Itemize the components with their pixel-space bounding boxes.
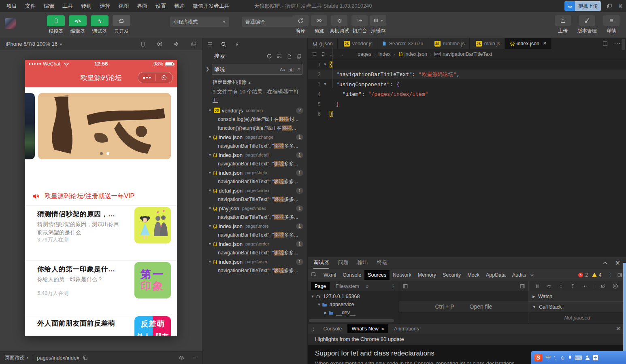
refresh-search-icon[interactable]	[266, 53, 272, 59]
devtools-tab-Mock[interactable]: Mock	[464, 270, 483, 280]
code-line[interactable]: 3 ▼ "usingComponents": {	[308, 79, 626, 89]
nav-forward-arrow[interactable]: →	[339, 51, 344, 57]
restore-window-button[interactable]	[607, 3, 612, 9]
editor-tab-main.js[interactable]: JSmain.js	[470, 38, 505, 49]
triangle-down-icon[interactable]: ▼	[208, 242, 212, 246]
capsule-menu[interactable]	[138, 72, 173, 83]
regex-toggle[interactable]: .*	[297, 67, 300, 72]
ime-person-icon[interactable]	[586, 356, 590, 360]
toolbar-button-版本管理[interactable]: 版本管理	[577, 15, 597, 34]
breadcrumb-item[interactable]: index	[379, 51, 391, 57]
plugins-icon[interactable]	[234, 42, 240, 47]
more-dots-icon[interactable]	[138, 77, 155, 79]
toolbar-button-编译[interactable]: 编译	[292, 15, 309, 34]
announcement-bar[interactable]: 欧皇源码论坛/注册就送一年VIP	[25, 191, 177, 201]
expand-all-icon[interactable]	[287, 53, 292, 59]
copy-icon[interactable]	[83, 355, 88, 360]
match-case-toggle[interactable]: Aa	[280, 67, 285, 72]
sogou-logo-icon[interactable]: S	[534, 354, 542, 362]
close-drawer-icon[interactable]: ✕	[616, 326, 623, 332]
menu-转到[interactable]: 转到	[77, 3, 96, 9]
breadcrumb-item[interactable]: pages	[358, 51, 371, 57]
sources-nav-Filesystem[interactable]: Filesystem	[332, 282, 362, 290]
toolbar-button-真机调试[interactable]: 真机调试	[330, 15, 349, 34]
menu-界面[interactable]: 界面	[133, 3, 151, 9]
search-result-file[interactable]: ▼ {..}index.json pages\change 1	[203, 133, 307, 142]
menu-文件[interactable]: 文件	[21, 3, 40, 9]
search-result-match[interactable]: navigationBarTitleText": "哆啦多多...	[203, 213, 307, 222]
drawer-menu-icon[interactable]: ⋮	[311, 326, 316, 332]
search-result-file[interactable]: ▼ {..}index.json pages\more 1	[203, 222, 307, 231]
ime-emoji-icon[interactable]: ☺	[560, 355, 565, 361]
sources-nav-Page[interactable]: Page	[311, 282, 330, 290]
toolbar-button-详情[interactable]: 详情	[603, 15, 620, 34]
search-result-match[interactable]: navigationBarTitleText": "哆啦多多...	[203, 142, 307, 150]
breadcrumb-item[interactable]: {..} index.json	[398, 51, 427, 57]
toolbar-button-调试器[interactable]: 调试器	[91, 15, 109, 35]
collapse-sidebar-left-icon[interactable]	[402, 284, 408, 289]
nav-more-chevron[interactable]: »	[366, 284, 368, 289]
devtools-tab-Sources[interactable]: Sources	[364, 270, 390, 280]
code-editor[interactable]: 1 ▼ { 2 "navigationBarTitleText": "欧皇源码论…	[308, 59, 626, 257]
devtools-tab-Wxml[interactable]: Wxml	[320, 270, 339, 280]
triangle-down-icon[interactable]: ▼	[208, 153, 212, 157]
tree-scrollbar[interactable]	[309, 319, 394, 322]
drawer-tab-Animations[interactable]: Animations	[390, 324, 423, 333]
collapse-panel-icon[interactable]	[603, 259, 608, 267]
outline-icon[interactable]	[312, 51, 317, 57]
sound-icon[interactable]	[174, 41, 180, 47]
search-result-file[interactable]: ▼ JSvendor.js common 2	[203, 106, 307, 115]
tree-item-127.0.0.1:65368[interactable]: ▼ 127.0.0.1:65368	[308, 292, 399, 301]
carousel-image[interactable]	[38, 93, 171, 159]
editor-tab-vendor.js[interactable]: JSvendor.js	[338, 38, 377, 49]
search-result-file[interactable]: ▼ {..}index.json pages\help 1	[203, 168, 307, 177]
file-list-icon[interactable]	[207, 41, 213, 47]
rotate-device-icon[interactable]	[140, 41, 146, 47]
toolbar-button-切后台[interactable]: 切后台	[351, 15, 368, 34]
search-input[interactable]: 哆啦 Aa ab .*	[212, 64, 302, 75]
toolbar-button-预览[interactable]: 预览	[311, 15, 327, 34]
close-tab-icon[interactable]: ✕	[543, 41, 547, 46]
triangle-down-icon[interactable]: ▼	[208, 135, 212, 139]
toolbar-button-清缓存[interactable]: ▼ 清缓存	[370, 15, 386, 34]
search-result-match[interactable]: navigationBarTitleText": "哆啦多多...	[203, 248, 307, 257]
more-actions[interactable]: ⋯	[193, 355, 198, 361]
mode-select[interactable]: 小程序模式▼	[170, 17, 229, 27]
triangle-down-icon[interactable]: ▼	[208, 188, 212, 193]
search-result-match[interactable]: function(){return{title:"我正在哆啦...	[203, 124, 307, 133]
pause-on-exceptions-icon[interactable]	[612, 283, 618, 289]
page-path-label[interactable]: 页面路径	[5, 354, 24, 361]
triangle-down-icon[interactable]: ▼	[208, 260, 212, 264]
collapse-sidebar-right-icon[interactable]	[520, 284, 525, 289]
ime-grid-icon[interactable]	[593, 355, 598, 360]
search-result-file[interactable]: ▼ {..}index.json pages\user 1	[203, 257, 307, 266]
toolbar-button-模拟器[interactable]: 模拟器	[47, 15, 65, 35]
collapse-all-icon[interactable]	[296, 53, 302, 59]
editor-tab-g.json[interactable]: {..}g.json	[308, 38, 338, 49]
triangle-down-icon[interactable]: ▼	[310, 294, 315, 298]
search-result-match[interactable]: console.log(e),{title:"我正在哆啦封...	[203, 115, 307, 124]
user-avatar[interactable]	[5, 18, 16, 29]
code-line[interactable]: 6 }	[308, 109, 626, 119]
devtools-tab-Network[interactable]: Network	[390, 270, 415, 280]
search-result-match[interactable]: navigationBarTitleText": "哆啦多多...	[203, 231, 307, 239]
search-icon[interactable]	[221, 41, 227, 47]
breadcrumb-item[interactable]: abc navigationBarTitleText	[434, 51, 492, 57]
bookmark-icon[interactable]	[321, 52, 326, 57]
debugger-tab-终端[interactable]: 终端	[377, 257, 388, 269]
tree-item-appservice[interactable]: ▼ appservice	[308, 301, 399, 309]
menu-项目[interactable]: 项目	[2, 3, 21, 9]
search-result-file[interactable]: ▼ {..}play.json pages\index 1	[203, 204, 307, 213]
devtools-menu-icon[interactable]: ⋮	[608, 272, 613, 278]
search-result-file[interactable]: ▼ {..}index.json pages\order 1	[203, 239, 307, 248]
search-result-match[interactable]: navigationBarTitleText": "哆啦多多...	[203, 159, 307, 168]
menu-工具[interactable]: 工具	[58, 3, 77, 9]
toggle-replace-chevron[interactable]: ❯	[206, 66, 209, 72]
debugger-tab-调试器[interactable]: 调试器	[313, 257, 329, 269]
editor-scrollbar[interactable]	[622, 39, 625, 50]
watch-section-header[interactable]: ▶ Watch	[528, 291, 626, 302]
toolbar-button-上传[interactable]: 上传	[555, 15, 571, 34]
drawer-tab-What's New[interactable]: What's New✕	[347, 324, 388, 333]
debugger-tab-问题[interactable]: 问题	[338, 257, 349, 269]
menu-设置[interactable]: 设置	[151, 3, 170, 9]
